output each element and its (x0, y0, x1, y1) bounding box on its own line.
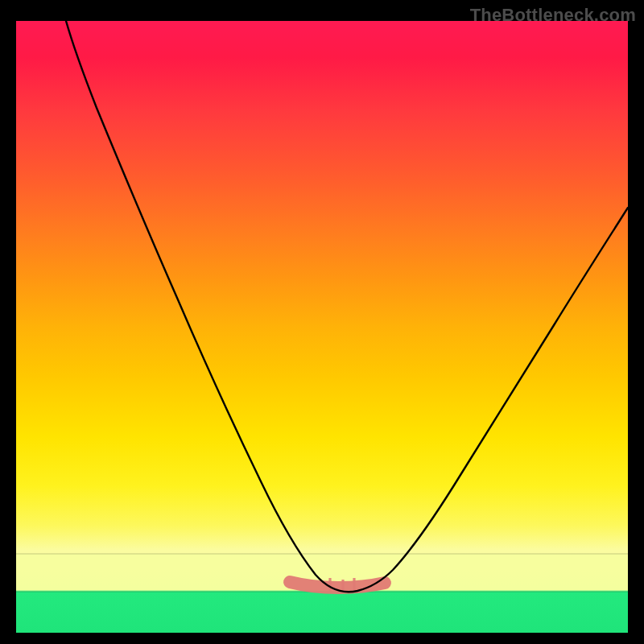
plot-area (16, 21, 628, 633)
watermark-text: TheBottleneck.com (470, 5, 636, 26)
chart-stage: TheBottleneck.com (0, 0, 644, 644)
bottleneck-curve (66, 21, 628, 592)
curve-svg (16, 21, 628, 633)
